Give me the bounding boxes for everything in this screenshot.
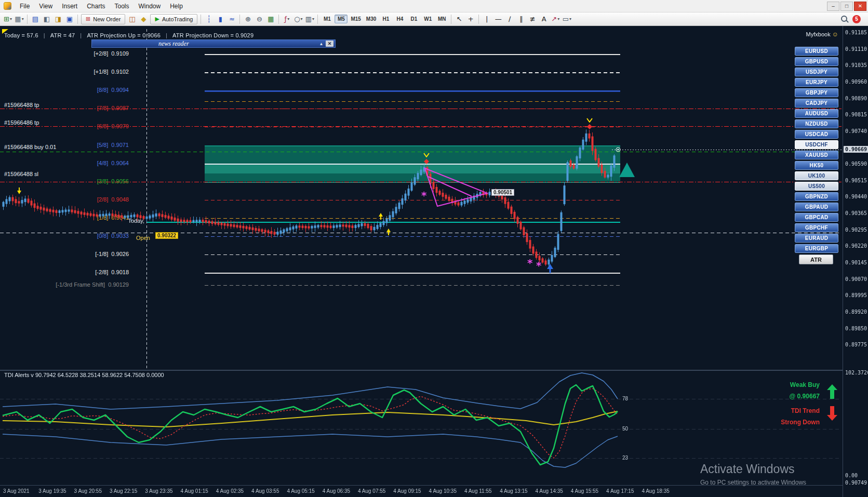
pane-separator[interactable] — [0, 370, 843, 371]
price-scale-label: 0.91110 — [845, 46, 867, 52]
news-reader-window[interactable]: news reader ▲ ✕ — [91, 39, 336, 48]
sub-scale-bottom-label: 0.00 — [845, 473, 858, 478]
cursor-icon[interactable]: ↖ — [454, 14, 464, 24]
minimize-button[interactable]: – — [827, 2, 839, 11]
symbol-button-xauusd[interactable]: XAUUSD — [795, 151, 838, 159]
shapes-icon[interactable]: ▭▾ — [562, 14, 572, 24]
today-vline-label: Today, — [110, 218, 144, 224]
symbol-button-gbpcad[interactable]: GBPCAD — [795, 213, 838, 222]
close-button[interactable]: ✕ — [854, 2, 866, 11]
time-axis-label: 3 Aug 19:35 — [38, 488, 66, 494]
symbol-button-usdchf[interactable]: USDCHF — [795, 140, 838, 149]
timeframe-m30-button[interactable]: M30 — [364, 15, 378, 23]
menu-charts[interactable]: Charts — [82, 2, 110, 11]
line-chart-icon[interactable]: ≈ — [226, 14, 237, 24]
menu-window[interactable]: Window — [134, 2, 166, 11]
trendline-icon[interactable]: ∕ — [504, 14, 515, 24]
price-scale-label: 0.90515 — [845, 178, 867, 183]
data-window-icon[interactable]: ◧ — [42, 14, 52, 24]
new-order-button[interactable]: ⊞New Order — [81, 14, 125, 24]
crosshair-icon[interactable]: + — [465, 14, 476, 24]
time-axis-label: 4 Aug 02:35 — [216, 488, 244, 494]
templates-icon[interactable]: ▥▾ — [304, 14, 315, 24]
symbol-button-usdcad[interactable]: USDCAD — [795, 130, 838, 139]
timeframe-m15-button[interactable]: M15 — [349, 15, 363, 23]
symbol-button-gbpusd[interactable]: GBPUSD — [795, 57, 838, 66]
symbol-button-audusd[interactable]: AUDUSD — [795, 109, 838, 118]
info-part: ATR Projection Up = 0.9066 — [87, 32, 161, 38]
symbol-button-nzdusd[interactable]: NZDUSD — [795, 119, 838, 128]
symbol-button-gbpjpy[interactable]: GBPJPY — [795, 88, 838, 97]
profiles-icon[interactable]: ▦▾ — [14, 14, 24, 24]
channel-icon[interactable]: ∥ — [516, 14, 526, 24]
time-axis-label: 4 Aug 01:15 — [181, 488, 208, 494]
chart-window-icon[interactable]: ◫ — [127, 14, 137, 24]
news-reader-close-icon[interactable]: ✕ — [326, 41, 333, 47]
periods-icon[interactable]: ○▾ — [293, 14, 303, 24]
menu-insert[interactable]: Insert — [57, 2, 82, 11]
metaeditor-icon[interactable]: ◆ — [138, 14, 149, 24]
time-axis[interactable]: 3 Aug 20213 Aug 19:353 Aug 20:553 Aug 22… — [0, 485, 843, 497]
symbol-button-uk100[interactable]: UK100 — [795, 171, 838, 180]
zoom-in-icon[interactable]: ⊕ — [243, 14, 253, 24]
metatrader-window: FileViewInsertChartsToolsWindowHelp – □ … — [0, 0, 868, 497]
info-part: ATR Projection Down = 0.9029 — [172, 32, 253, 38]
candle-chart-icon[interactable]: ▮ — [215, 14, 225, 24]
symbol-button-eurusd[interactable]: EURUSD — [795, 47, 838, 56]
zoom-out-icon[interactable]: ⊖ — [254, 14, 264, 24]
market-watch-icon[interactable]: ▤ — [30, 14, 41, 24]
symbol-button-gbpchf[interactable]: GBPCHF — [795, 223, 838, 232]
timeframe-h4-button[interactable]: H4 — [393, 15, 406, 23]
notification-badge[interactable]: 5 — [852, 15, 861, 23]
menu-file[interactable]: File — [15, 2, 34, 11]
timeframe-h1-button[interactable]: H1 — [379, 15, 392, 23]
maximize-button[interactable]: □ — [840, 2, 853, 11]
symbol-button-us500[interactable]: US500 — [795, 182, 838, 191]
vertical-line-icon[interactable]: | — [482, 14, 492, 24]
dropdown-arrow-icon: ▾ — [312, 17, 314, 21]
timeframe-d1-button[interactable]: D1 — [407, 15, 420, 23]
price-scale-label: 0.89775 — [845, 342, 867, 347]
autotrading-button[interactable]: ▶AutoTrading — [150, 14, 197, 24]
symbol-button-cadjpy[interactable]: CADJPY — [795, 99, 838, 108]
new-chart-icon[interactable]: ⊞▾ — [3, 14, 13, 24]
open-label: Open — [136, 235, 150, 241]
symbol-button-euraud[interactable]: EURAUD — [795, 234, 838, 243]
dropdown-arrow-icon: ▾ — [22, 17, 24, 21]
tdi-trend-value: Strong Down — [754, 419, 820, 426]
grid-icon[interactable]: ▦ — [265, 14, 276, 24]
arrows-icon[interactable]: ↗▾ — [550, 14, 560, 24]
bar-chart-icon[interactable]: ┆ — [204, 14, 214, 24]
symbol-button-gbpaud[interactable]: GBPAUD — [795, 203, 838, 211]
price-scale[interactable]: 0.90669 0.911850.911100.910350.909600.90… — [843, 26, 868, 497]
navigator-icon[interactable]: ◨ — [53, 14, 63, 24]
timeframe-w1-button[interactable]: W1 — [421, 15, 434, 23]
timeframe-m5-button[interactable]: M5 — [335, 15, 348, 23]
up-arrow-icon — [827, 384, 837, 399]
timeframe-mn-button[interactable]: MN — [435, 15, 448, 23]
menu-tools[interactable]: Tools — [110, 2, 134, 11]
menu-view[interactable]: View — [34, 2, 57, 11]
tdi-trend-label: TDI Trend — [754, 407, 820, 414]
fibonacci-icon[interactable]: ≢ — [527, 14, 538, 24]
search-icon[interactable] — [840, 15, 848, 23]
symbol-button-eurgbp[interactable]: EURGBP — [795, 244, 838, 253]
symbol-button-gbpnzd[interactable]: GBPNZD — [795, 192, 838, 201]
text-icon[interactable]: A — [539, 14, 549, 24]
symbol-button-eurjpy[interactable]: EURJPY — [795, 78, 838, 87]
account-badge: Myfxbook ☺ — [774, 31, 838, 38]
news-reader-collapse-icon[interactable]: ▲ — [317, 41, 325, 47]
horizontal-line-icon[interactable]: — — [493, 14, 503, 24]
indicators-icon[interactable]: ƒ▾ — [282, 14, 292, 24]
symbol-button-usdjpy[interactable]: USDJPY — [795, 68, 838, 76]
atr-button[interactable]: ATR — [799, 254, 833, 264]
toolbar-separator — [278, 15, 279, 24]
menu-help[interactable]: Help — [165, 2, 188, 11]
price-scale-label: 0.90960 — [845, 79, 867, 85]
terminal-icon[interactable]: ▣ — [64, 14, 75, 24]
price-scale-label: 0.90295 — [845, 227, 867, 233]
price-scale-label: 0.90070 — [845, 276, 867, 282]
price-scale-label: 0.90365 — [845, 210, 867, 216]
symbol-button-hk50[interactable]: HK50 — [795, 161, 838, 170]
timeframe-m1-button[interactable]: M1 — [321, 15, 333, 23]
